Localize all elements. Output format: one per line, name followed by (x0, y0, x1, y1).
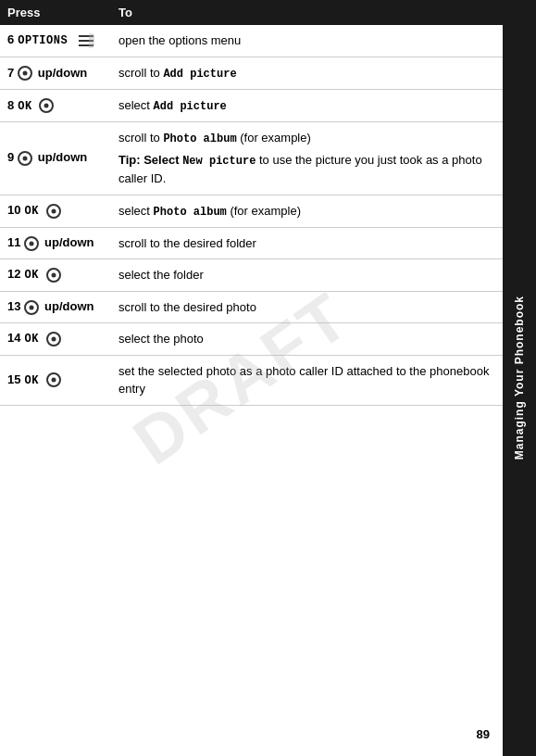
description-bold: Photo album (163, 132, 236, 145)
description-suffix: (for example) (237, 131, 311, 145)
tip-label: Tip: Select (118, 153, 182, 167)
row-number: 14 (7, 331, 20, 345)
row-description-cell: select the photo (111, 323, 503, 356)
updown-circle-icon (18, 151, 32, 166)
table-row: 9 up/downscroll to Photo album (for exam… (0, 122, 503, 195)
table-row: 6OPTIONS open the options menu (0, 25, 503, 57)
header-press: Press (0, 0, 111, 25)
ok-circle-icon (46, 332, 61, 346)
key-ok: OK (18, 100, 39, 113)
updown-circle-icon (18, 66, 32, 81)
key-ok: OK (24, 374, 45, 387)
row-number: 11 (7, 235, 20, 249)
row-key-cell: 10OK (0, 195, 111, 227)
description-text: select (118, 98, 154, 112)
row-key-cell: 9 up/down (0, 122, 111, 195)
instructions-table: Press To 6OPTIONS open the options menu7… (0, 0, 503, 406)
table-row: 8OK select Add picture (0, 90, 503, 122)
row-description-cell: select the folder (111, 259, 503, 292)
tip-bold: New picture (182, 155, 256, 168)
header-to: To (111, 0, 503, 25)
row-number: 13 (7, 299, 20, 313)
row-description-cell: scroll to Add picture (111, 57, 503, 90)
description-text: scroll to the desired photo (118, 300, 256, 314)
row-key-cell: 11 up/down (0, 227, 111, 259)
row-number: 9 (7, 150, 14, 164)
main-content: Press To 6OPTIONS open the options menu7… (0, 0, 503, 756)
row-description-cell: select Add picture (111, 90, 503, 122)
row-number: 8 (7, 98, 14, 112)
row-key-cell: 8OK (0, 90, 111, 122)
key-updown: up/down (34, 150, 87, 164)
row-key-cell: 15OK (0, 355, 111, 405)
table-row: 13 up/downscroll to the desired photo (0, 291, 503, 323)
sidebar: Managing Your Phonebook (503, 0, 536, 756)
options-menu-icon (77, 32, 95, 50)
row-description-cell: set the selected photo as a photo caller… (111, 355, 503, 405)
key-ok: OK (24, 205, 45, 218)
table-row: 11 up/downscroll to the desired folder (0, 227, 503, 259)
table-row: 10OK select Photo album (for example) (0, 195, 503, 227)
description-text: open the options menu (118, 33, 241, 47)
description-text: scroll to (118, 66, 163, 80)
description-text: select the photo (118, 332, 204, 346)
ok-circle-icon (39, 98, 54, 113)
updown-circle-icon (24, 300, 39, 315)
row-description-cell: select Photo album (for example) (111, 195, 503, 227)
row-number: 10 (7, 203, 20, 217)
row-key-cell: 6OPTIONS (0, 25, 111, 57)
row-number: 15 (7, 372, 20, 386)
description-prefix: scroll to (118, 131, 163, 145)
row-number: 6 (7, 32, 14, 46)
ok-circle-icon (46, 204, 61, 219)
key-updown: up/down (34, 66, 87, 80)
ok-circle-icon (46, 372, 61, 387)
description-prefix: select (118, 204, 154, 218)
row-number: 12 (7, 267, 20, 281)
description-text: scroll to the desired folder (118, 236, 256, 250)
key-ok: OK (24, 269, 45, 282)
table-header: Press To (0, 0, 503, 25)
row-description-cell: open the options menu (111, 25, 503, 57)
description-bold: Add picture (163, 68, 236, 81)
description-text: set the selected photo as a photo caller… (118, 364, 489, 397)
table-row: 15OK set the selected photo as a photo c… (0, 355, 503, 405)
row-description-cell: scroll to Photo album (for example)Tip: … (111, 122, 503, 195)
key-updown: up/down (41, 235, 93, 249)
table-row: 14OK select the photo (0, 323, 503, 356)
row-key-cell: 14OK (0, 323, 111, 356)
description-text: select the folder (118, 268, 204, 282)
description-suffix: (for example) (227, 204, 301, 218)
row-description-cell: scroll to the desired photo (111, 291, 503, 323)
description-bold: Add picture (154, 100, 227, 113)
key-options: OPTIONS (18, 34, 75, 47)
table-row: 12OK select the folder (0, 259, 503, 292)
updown-circle-icon (24, 236, 39, 251)
row-number: 7 (7, 66, 14, 80)
table-row: 7 up/downscroll to Add picture (0, 57, 503, 90)
row-description-cell: scroll to the desired folder (111, 227, 503, 259)
row-key-cell: 12OK (0, 259, 111, 292)
tip-text: Tip: Select New picture to use the pictu… (118, 151, 495, 188)
key-updown: up/down (41, 299, 93, 313)
ok-circle-icon (46, 268, 61, 283)
row-key-cell: 7 up/down (0, 57, 111, 90)
key-ok: OK (24, 333, 45, 346)
description-bold: Photo album (154, 206, 227, 219)
sidebar-title: Managing Your Phonebook (513, 296, 526, 460)
page-number: 89 (477, 727, 490, 741)
row-key-cell: 13 up/down (0, 291, 111, 323)
